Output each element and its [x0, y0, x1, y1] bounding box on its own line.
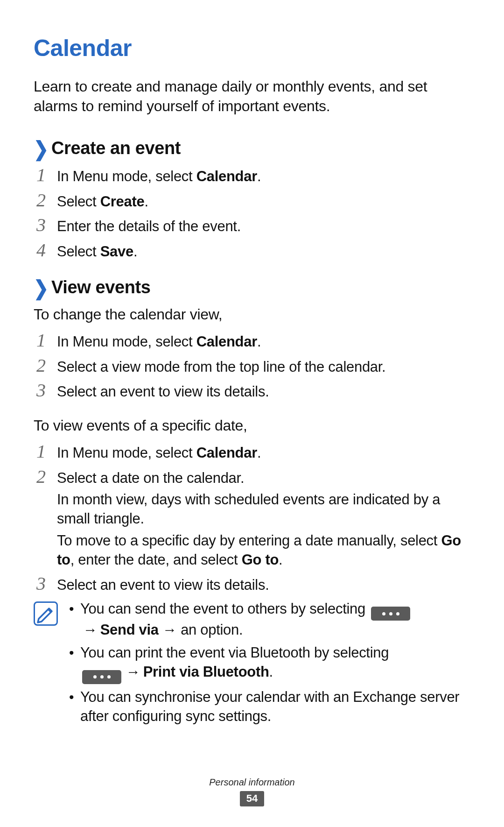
intro-text: Learn to create and manage daily or mont… — [34, 77, 470, 116]
step-number: 2 — [34, 467, 49, 486]
step-number: 1 — [34, 166, 49, 184]
section-title: Create an event — [51, 136, 181, 160]
view-steps-2: 1 In Menu mode, select Calendar. 2 Selec… — [34, 442, 470, 595]
step-text: Select an event to view its details. — [57, 576, 470, 595]
page-number: 54 — [240, 791, 264, 806]
step: 4 Select Save. — [34, 241, 470, 262]
section-heading-view: ❯ View events — [34, 276, 470, 299]
step-number: 2 — [34, 191, 49, 210]
manual-page: Calendar Learn to create and manage dail… — [0, 0, 504, 827]
footer-section: Personal information — [0, 776, 504, 788]
lead-text: To view events of a specific date, — [34, 416, 470, 435]
note-box: You can send the event to others by sele… — [34, 600, 470, 730]
step-text: In Menu mode, select Calendar. — [57, 332, 470, 352]
step-number: 2 — [34, 356, 49, 375]
page-title: Calendar — [34, 33, 470, 64]
step-subtext: In month view, days with scheduled event… — [57, 490, 470, 529]
step-text: In Menu mode, select Calendar. — [57, 167, 470, 186]
step: 3 Select an event to view its details. — [34, 574, 470, 595]
step-text: Select a view mode from the top line of … — [57, 358, 470, 377]
step: 3 Select an event to view its details. — [34, 381, 470, 402]
step: 1 In Menu mode, select Calendar. — [34, 166, 470, 186]
chevron-icon: ❯ — [34, 278, 49, 299]
step-number: 3 — [34, 381, 49, 400]
create-steps: 1 In Menu mode, select Calendar. 2 Selec… — [34, 166, 470, 262]
note-list: You can send the event to others by sele… — [66, 600, 470, 730]
more-options-icon — [82, 670, 121, 684]
more-options-icon — [371, 607, 410, 621]
note-item: You can print the event via Bluetooth by… — [66, 643, 470, 684]
step-number: 4 — [34, 241, 49, 260]
step-text: Select a date on the calendar. In month … — [57, 469, 470, 570]
step-text: Enter the details of the event. — [57, 217, 470, 236]
step-text: In Menu mode, select Calendar. — [57, 444, 470, 463]
view-steps-1: 1 In Menu mode, select Calendar. 2 Selec… — [34, 331, 470, 402]
step: 2 Select a view mode from the top line o… — [34, 356, 470, 377]
step: 3 Enter the details of the event. — [34, 216, 470, 236]
step: 1 In Menu mode, select Calendar. — [34, 442, 470, 463]
arrow-icon: → — [126, 664, 140, 680]
page-footer: Personal information 54 — [0, 776, 504, 806]
step-text: Select Save. — [57, 242, 470, 262]
step-text: Select an event to view its details. — [57, 382, 470, 402]
step: 2 Select Create. — [34, 191, 470, 212]
step-number: 3 — [34, 216, 49, 234]
step: 2 Select a date on the calendar. In mont… — [34, 467, 470, 570]
section-heading-create: ❯ Create an event — [34, 136, 470, 160]
step-subtext: To move to a specific day by entering a … — [57, 531, 470, 570]
lead-text: To change the calendar view, — [34, 304, 470, 324]
note-item: You can synchronise your calendar with a… — [66, 688, 470, 726]
section-title: View events — [51, 276, 150, 299]
step: 1 In Menu mode, select Calendar. — [34, 331, 470, 352]
arrow-icon: → — [83, 622, 98, 638]
step-text: Select Create. — [57, 192, 470, 212]
step-number: 3 — [34, 574, 49, 593]
note-icon — [34, 601, 58, 626]
step-number: 1 — [34, 331, 49, 350]
step-number: 1 — [34, 442, 49, 461]
chevron-icon: ❯ — [34, 139, 49, 160]
note-item: You can send the event to others by sele… — [66, 600, 470, 640]
